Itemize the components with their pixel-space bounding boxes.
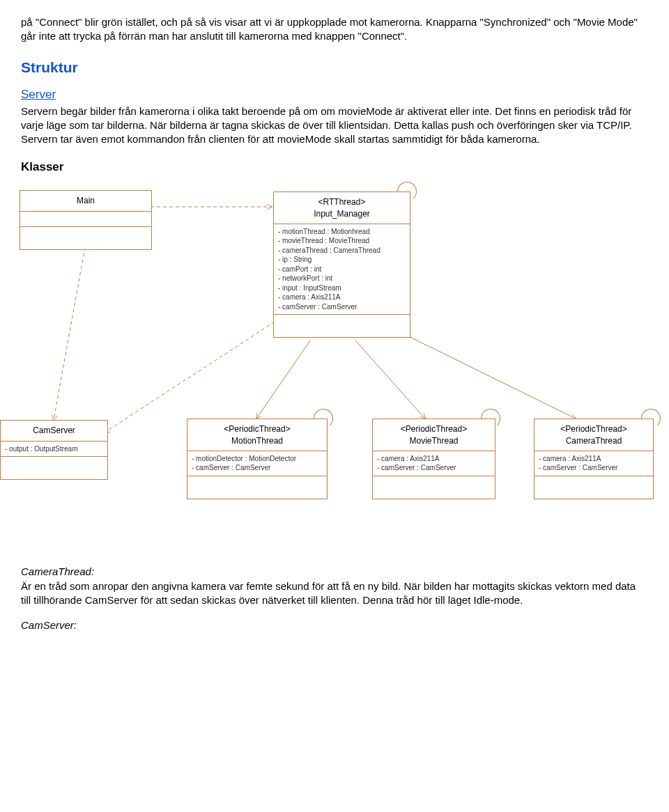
uml-attr-row: - camPort : int [278, 265, 406, 274]
uml-main-title: Main [20, 191, 151, 211]
camserver-class-heading: CamServer: [21, 618, 648, 632]
uml-attr-row: - motionThread : Motionhread [278, 227, 406, 237]
uml-motionthread-header: <PeriodicThread> MotionThread [187, 419, 327, 451]
uml-attr-row: - output : OutputStream [5, 444, 103, 454]
uml-attr-row: - input : InputStream [278, 283, 406, 293]
uml-attr-row: - camServer : CamServer [539, 463, 649, 473]
uml-input-manager-box: <RTThread> Input_Manager - motionThread … [273, 192, 410, 338]
uml-attr-row: - camServer : CamServer [192, 463, 323, 473]
camerathread-class-desc: Är en tråd som anropar den angivna kamer… [21, 579, 648, 608]
uml-diagram: Main <RTThread> Input_Manager - motionTh… [0, 182, 669, 558]
uml-attr-row: - cameraThread : CameraThread [278, 246, 406, 256]
uml-attr-row: - camServer : CamServer [377, 463, 491, 473]
svg-line-1 [54, 247, 85, 420]
uml-attr-row: - camera : Axis211A [278, 292, 406, 302]
uml-attr-row: - camera : Axis211A [377, 454, 491, 464]
klasser-heading: Klasser [21, 159, 648, 175]
uml-moviethread-stereotype: <PeriodicThread> [378, 423, 489, 435]
uml-moviethread-title: MovieThread [378, 435, 489, 446]
uml-moviethread-box: <PeriodicThread> MovieThread - camera : … [372, 419, 495, 499]
uml-attr-row: - camera : Axis211A [539, 454, 649, 464]
struktur-heading: Struktur [21, 58, 648, 77]
uml-camserver-attrs: - output : OutputStream [1, 442, 107, 458]
uml-motionthread-stereotype: <PeriodicThread> [193, 423, 321, 435]
svg-line-2 [105, 318, 280, 432]
uml-main-attrs [20, 212, 151, 228]
uml-attr-row: - motionDetector : MotionDetector [192, 454, 323, 464]
uml-motionthread-attrs: - motionDetector : MotionDetector - camS… [187, 451, 327, 476]
uml-camserver-box: CamServer - output : OutputStream [0, 420, 108, 480]
uml-input-manager-stereotype: <RTThread> [279, 196, 404, 208]
uml-motionthread-box: <PeriodicThread> MotionThread - motionDe… [187, 419, 328, 499]
uml-camerathread-stereotype: <PeriodicThread> [540, 423, 647, 435]
uml-attr-row: - networkPort : int [278, 274, 406, 283]
uml-camserver-ops [1, 457, 107, 479]
camerathread-class-heading: CameraThread: [21, 565, 648, 579]
uml-main-box: Main [20, 190, 152, 250]
svg-line-4 [355, 341, 425, 419]
uml-input-manager-title: Input_Manager [279, 208, 404, 219]
uml-moviethread-header: <PeriodicThread> MovieThread [373, 419, 495, 451]
uml-input-manager-ops [274, 315, 410, 337]
uml-attr-row: - ip : String [278, 255, 406, 265]
uml-camerathread-attrs: - camera : Axis211A - camServer : CamSer… [535, 451, 653, 476]
uml-camerathread-title: CameraThread [540, 435, 647, 446]
uml-camserver-title: CamServer [1, 421, 107, 441]
svg-line-3 [256, 341, 310, 419]
uml-main-ops [20, 227, 151, 249]
server-description: Servern begär bilder från kamerorna i ol… [21, 104, 648, 147]
uml-motionthread-ops [187, 476, 327, 499]
server-heading-link: Server [21, 87, 56, 103]
intro-paragraph: på "Connect" blir grön istället, och på … [21, 15, 648, 44]
uml-camerathread-header: <PeriodicThread> CameraThread [535, 419, 653, 451]
uml-moviethread-ops [373, 476, 495, 499]
uml-attr-row: - camServer : CamServer [278, 302, 406, 312]
uml-camerathread-box: <PeriodicThread> CameraThread - camera :… [534, 419, 654, 499]
uml-moviethread-attrs: - camera : Axis211A - camServer : CamSer… [373, 451, 495, 476]
uml-input-manager-header: <RTThread> Input_Manager [274, 192, 410, 224]
uml-camerathread-ops [535, 476, 653, 499]
svg-line-5 [392, 328, 576, 419]
uml-attr-row: - movieThread : MovieThread [278, 236, 406, 246]
uml-input-manager-attrs: - motionThread : Motionhread - movieThre… [274, 224, 410, 315]
uml-motionthread-title: MotionThread [193, 435, 321, 446]
